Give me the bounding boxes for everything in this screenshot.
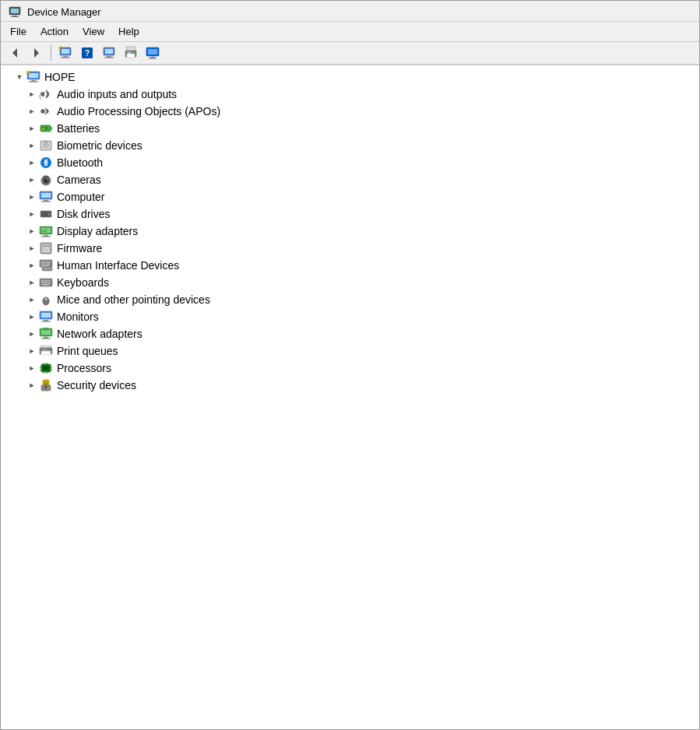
- hid-icon: [38, 258, 54, 272]
- tree-row-processors[interactable]: ►: [1, 360, 699, 377]
- security-label: Security devices: [57, 379, 136, 391]
- tree-children-root: ► Audio: [1, 86, 699, 394]
- device-manager-btn[interactable]: ⚙: [56, 44, 75, 61]
- svg-rect-125: [51, 369, 52, 370]
- chevron-batteries: ►: [26, 122, 38, 135]
- svg-rect-120: [44, 372, 45, 374]
- tree-row-hope[interactable]: ▼ ⚙ HOPE: [1, 68, 699, 86]
- tree-row-hid[interactable]: ►: [1, 257, 699, 274]
- tree-row-monitors[interactable]: ► Monitors: [1, 308, 699, 325]
- svg-rect-55: [41, 202, 51, 202]
- svg-marker-5: [34, 48, 39, 58]
- svg-rect-9: [61, 58, 70, 58]
- menu-action[interactable]: Action: [34, 23, 75, 40]
- svg-rect-82: [46, 264, 47, 265]
- tree-row-display-adapters[interactable]: ► Displa: [1, 223, 699, 240]
- toolbar: ⚙ ?: [1, 42, 699, 65]
- tree-item-cameras: ► Cameras: [1, 171, 699, 188]
- tree-item-security: ► Securi: [1, 377, 699, 394]
- tree-item-batteries: ► ⚡ Batteries: [1, 120, 699, 137]
- tree-row-computer[interactable]: ► Computer: [1, 188, 699, 205]
- svg-point-34: [41, 93, 44, 96]
- chevron-hope: ▼: [13, 71, 26, 83]
- tree-row-audio-apo[interactable]: ► Audio Processing Objects (APOs): [1, 103, 699, 120]
- audio-apo-icon: [38, 104, 54, 118]
- svg-rect-24: [148, 49, 157, 54]
- tree-row-security[interactable]: ► Securi: [1, 377, 699, 394]
- svg-rect-78: [46, 261, 47, 263]
- menu-view[interactable]: View: [76, 23, 111, 40]
- audio-apo-label: Audio Processing Objects (APOs): [57, 105, 220, 118]
- device-manager-window: Device Manager File Action View Help: [0, 0, 700, 730]
- svg-rect-1: [11, 9, 19, 13]
- menu-help[interactable]: Help: [112, 23, 146, 40]
- tree-item-disk-drives: ► Disk drives: [1, 205, 699, 223]
- back-button[interactable]: [5, 44, 24, 61]
- svg-rect-86: [44, 268, 51, 269]
- firmware-icon: [38, 241, 54, 255]
- svg-rect-53: [41, 193, 51, 198]
- svg-point-46: [40, 157, 51, 168]
- svg-rect-3: [11, 16, 19, 17]
- svg-rect-7: [62, 49, 69, 54]
- svg-rect-15: [105, 49, 113, 54]
- svg-rect-20: [127, 54, 135, 58]
- tree-item-root: ▼ ⚙ HOPE: [1, 68, 699, 394]
- tree-row-network[interactable]: ► Networ: [1, 325, 699, 342]
- svg-rect-119: [47, 363, 48, 364]
- svg-rect-30: [29, 82, 38, 82]
- svg-rect-107: [44, 337, 48, 339]
- tree-row-disk-drives[interactable]: ► Disk drives: [1, 205, 699, 223]
- chevron-bluetooth: ►: [26, 156, 38, 169]
- svg-rect-103: [44, 320, 48, 321]
- app-icon: [9, 5, 21, 18]
- tree-item-hid: ►: [1, 257, 699, 274]
- bluetooth-icon: [38, 156, 54, 170]
- chevron-processors: ►: [26, 362, 38, 374]
- chevron-cameras: ►: [26, 174, 38, 186]
- svg-rect-123: [40, 369, 41, 370]
- tree-row-keyboards[interactable]: ►: [1, 274, 699, 291]
- menu-file[interactable]: File: [4, 23, 33, 40]
- network-icon: [38, 327, 54, 341]
- tree-item-network: ► Networ: [1, 325, 699, 342]
- chevron-disk-drives: ►: [26, 208, 38, 220]
- svg-rect-25: [150, 57, 155, 58]
- svg-rect-94: [46, 283, 47, 284]
- svg-text:⚡: ⚡: [41, 127, 45, 131]
- svg-rect-121: [47, 372, 48, 374]
- tree-item-audio-io: ► Audio: [1, 86, 699, 103]
- tree-row-cameras[interactable]: ► Cameras: [1, 171, 699, 188]
- monitors-icon: [38, 310, 54, 324]
- print-button[interactable]: [121, 44, 140, 61]
- biometric-label: Biometric devices: [57, 139, 142, 152]
- svg-point-114: [49, 349, 51, 350]
- tree-row-mice[interactable]: ► Mice and other pointing devices: [1, 291, 699, 308]
- svg-rect-96: [42, 284, 49, 286]
- svg-rect-84: [42, 265, 49, 267]
- tree-item-processors: ►: [1, 360, 699, 377]
- svg-rect-39: [45, 127, 47, 130]
- tree-content[interactable]: ▼ ⚙ HOPE: [1, 65, 699, 729]
- svg-point-22: [133, 52, 135, 54]
- svg-rect-102: [41, 313, 51, 318]
- monitor-button[interactable]: [143, 44, 162, 61]
- tree-row-print-queues[interactable]: ► Print queues: [1, 342, 699, 360]
- help-button[interactable]: ?: [78, 44, 97, 61]
- properties-button[interactable]: [100, 44, 118, 61]
- computer-label: Computer: [57, 191, 104, 203]
- display-adapters-icon: [38, 224, 54, 238]
- print-queues-icon: [38, 344, 54, 358]
- toolbar-separator-1: [51, 45, 51, 61]
- tree-row-firmware[interactable]: ►: [1, 240, 699, 257]
- forward-button[interactable]: [27, 44, 46, 61]
- svg-rect-74: [47, 245, 49, 247]
- tree-row-batteries[interactable]: ► ⚡ Batteries: [1, 120, 699, 137]
- svg-rect-93: [44, 283, 45, 284]
- tree-row-bluetooth[interactable]: ► Bluetooth: [1, 154, 699, 171]
- disk-drives-label: Disk drives: [57, 208, 110, 220]
- svg-rect-59: [41, 214, 47, 215]
- svg-rect-108: [41, 339, 51, 339]
- tree-row-audio-io[interactable]: ► Audio: [1, 86, 699, 103]
- tree-row-biometric[interactable]: ► Biomet: [1, 137, 699, 154]
